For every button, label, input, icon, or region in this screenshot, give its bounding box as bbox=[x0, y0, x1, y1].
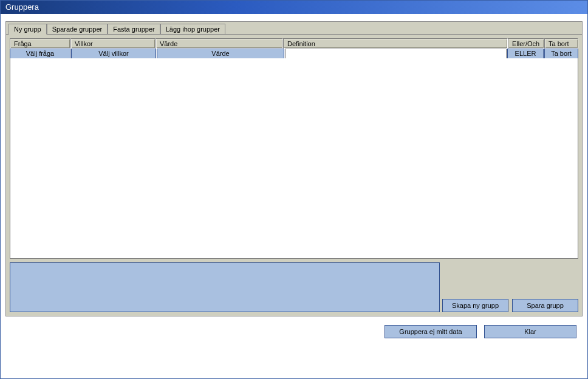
definition-cell[interactable] bbox=[285, 49, 507, 59]
skapa-ny-grupp-button[interactable]: Skapa ny grupp bbox=[442, 299, 508, 312]
grid-header-row: Fråga Villkor Värde Definition Eller/Och… bbox=[10, 38, 578, 49]
header-eller-och[interactable]: Eller/Och bbox=[508, 38, 544, 49]
tab-label: Ny grupp bbox=[14, 26, 41, 33]
tab-label: Fasta grupper bbox=[113, 26, 154, 33]
tab-label: Lägg ihop grupper bbox=[166, 26, 220, 33]
filter-grid: Fråga Villkor Värde Definition Eller/Och… bbox=[10, 38, 578, 259]
right-button-column: Skapa ny grupp Spara grupp bbox=[442, 262, 578, 312]
summary-box bbox=[10, 262, 440, 312]
window-frame: Gruppera Ny grupp Sparade grupper Fasta … bbox=[0, 0, 588, 379]
lower-strip: Skapa ny grupp Spara grupp bbox=[10, 262, 578, 312]
header-fraga[interactable]: Fråga bbox=[10, 38, 70, 49]
header-varde[interactable]: Värde bbox=[156, 38, 283, 49]
gruppera-ej-button[interactable]: Gruppera ej mitt data bbox=[385, 325, 477, 338]
grid-row: Välj fråga Välj villkor Värde ELLER Ta b… bbox=[10, 49, 578, 59]
header-villkor[interactable]: Villkor bbox=[70, 38, 156, 49]
titlebar: Gruppera bbox=[1, 1, 587, 14]
tab-sparade-grupper[interactable]: Sparade grupper bbox=[47, 24, 108, 34]
eller-button[interactable]: ELLER bbox=[507, 49, 544, 59]
client-area: Ny grupp Sparade grupper Fasta grupper L… bbox=[1, 14, 587, 378]
tab-panel: Ny grupp Sparade grupper Fasta grupper L… bbox=[5, 21, 583, 316]
header-definition[interactable]: Definition bbox=[283, 38, 508, 49]
tab-label: Sparade grupper bbox=[52, 26, 103, 33]
ta-bort-button[interactable]: Ta bort bbox=[544, 49, 578, 59]
grid-body-empty bbox=[10, 58, 578, 259]
tab-lagg-ihop-grupper[interactable]: Lägg ihop grupper bbox=[160, 24, 225, 34]
valj-villkor-button[interactable]: Välj villkor bbox=[71, 49, 156, 59]
tab-fasta-grupper[interactable]: Fasta grupper bbox=[108, 24, 160, 34]
varde-button[interactable]: Värde bbox=[157, 49, 284, 59]
valj-fraga-button[interactable]: Välj fråga bbox=[10, 49, 70, 59]
klar-button[interactable]: Klar bbox=[484, 325, 576, 338]
bottom-bar: Gruppera ej mitt data Klar bbox=[5, 316, 583, 343]
header-ta-bort[interactable]: Ta bort bbox=[544, 38, 578, 49]
tab-body: Fråga Villkor Värde Definition Eller/Och… bbox=[6, 34, 582, 316]
spara-grupp-button[interactable]: Spara grupp bbox=[512, 299, 578, 312]
tab-ny-grupp[interactable]: Ny grupp bbox=[9, 24, 47, 35]
window-title: Gruppera bbox=[5, 2, 39, 12]
tabstrip: Ny grupp Sparade grupper Fasta grupper L… bbox=[6, 22, 582, 34]
